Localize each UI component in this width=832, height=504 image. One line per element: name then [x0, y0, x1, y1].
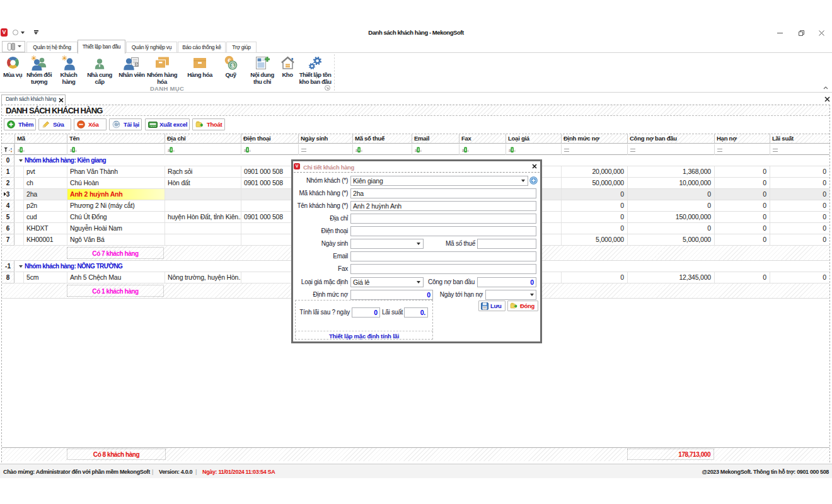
svg-text:c: c: [173, 148, 175, 152]
svg-text:a: a: [18, 147, 20, 152]
svg-text:c: c: [420, 148, 422, 152]
svg-text:c: c: [249, 148, 251, 152]
svg-text:c: c: [514, 148, 516, 152]
svg-text:c: c: [23, 148, 25, 152]
svg-text:c: c: [361, 148, 362, 152]
svg-text:a: a: [168, 147, 170, 152]
svg-text:c: c: [467, 148, 469, 152]
svg-text:c: c: [75, 148, 77, 152]
svg-text:a: a: [244, 147, 246, 152]
